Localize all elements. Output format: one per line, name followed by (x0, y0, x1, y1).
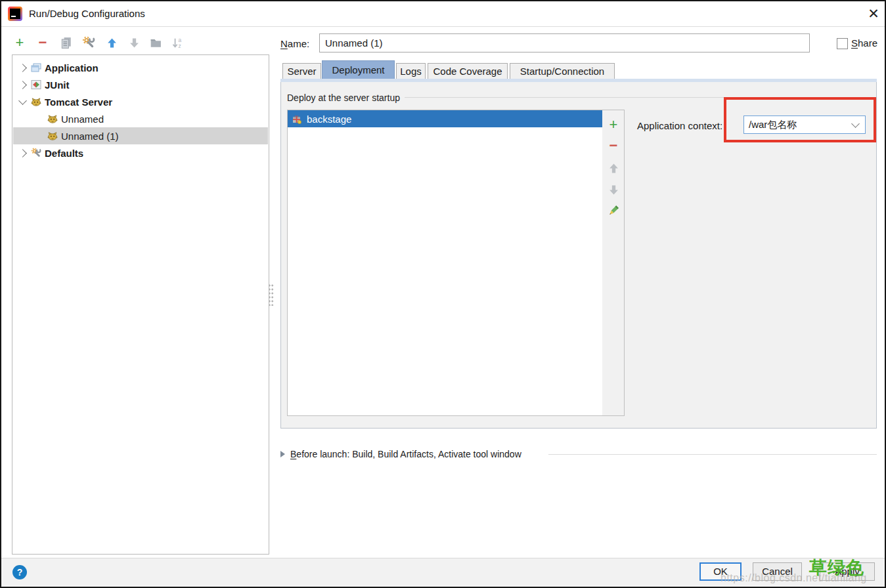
svg-text:z: z (178, 43, 181, 49)
defaults-icon (31, 148, 41, 158)
tab-startup-connection[interactable]: Startup/Connection (510, 63, 615, 79)
move-up-button[interactable] (104, 35, 120, 51)
remove-icon: − (609, 139, 618, 152)
sort-configurations-button[interactable]: a z (169, 35, 185, 51)
remove-artifact-button[interactable]: − (606, 138, 621, 154)
close-icon[interactable]: ✕ (864, 4, 883, 24)
artifact-name: backstage (307, 114, 351, 125)
name-input[interactable] (319, 33, 810, 52)
chevron-right-icon[interactable] (18, 149, 27, 158)
create-folder-button[interactable] (148, 35, 164, 51)
move-up-icon (106, 37, 118, 49)
green-watermark: 草绿色 (809, 556, 864, 579)
tab-logs[interactable]: Logs (396, 63, 426, 79)
chevron-down-icon (851, 119, 860, 128)
application-context-combobox[interactable]: /war包名称 (743, 116, 866, 134)
tomcat-icon (31, 96, 41, 107)
chevron-right-icon[interactable] (18, 64, 27, 72)
tomcat-icon (47, 131, 58, 141)
chevron-right-icon[interactable] (18, 81, 27, 89)
tree-item-label: Unnamed (1) (61, 131, 119, 142)
remove-icon: − (39, 36, 47, 49)
move-down-button[interactable] (126, 35, 142, 51)
application-icon (31, 62, 41, 73)
help-button[interactable]: ? (12, 565, 27, 579)
tree-item-label: JUnit (45, 79, 70, 91)
divider (548, 454, 877, 455)
edit-pencil-icon (608, 205, 619, 217)
deploy-group-label: Deploy at the server startup (287, 93, 400, 103)
tree-row-junit[interactable]: JUnit (13, 76, 268, 93)
tomcat-icon (47, 114, 58, 124)
tab-code-coverage[interactable]: Code Coverage (428, 63, 508, 79)
tree-row-tomcat-server[interactable]: Tomcat Server (13, 93, 268, 110)
share-label[interactable]: Share (851, 37, 877, 49)
tree-item-label: Application (45, 62, 99, 74)
tree-item-label: Unnamed (61, 114, 104, 125)
copy-configuration-button[interactable] (58, 35, 74, 51)
chevron-down-icon[interactable] (18, 96, 27, 105)
tree-row-application[interactable]: Application (13, 59, 268, 76)
add-icon: + (16, 36, 24, 49)
configurations-tree: Application JUnit Tomcat Server (12, 54, 269, 555)
deploy-artifact-list: backstage (287, 110, 603, 416)
edit-defaults-icon (82, 36, 95, 49)
artifact-icon (292, 114, 302, 124)
tab-deployment[interactable]: Deployment (322, 60, 395, 79)
edit-artifact-button[interactable] (606, 203, 621, 219)
folder-icon (150, 37, 162, 49)
title-bar: Run/Debug Configurations ✕ (1, 1, 885, 27)
move-down-icon (129, 37, 140, 49)
tab-server[interactable]: Server (282, 63, 321, 79)
edit-defaults-button[interactable] (81, 35, 97, 51)
remove-configuration-button[interactable]: − (35, 35, 51, 51)
tree-item-label: Defaults (45, 148, 83, 159)
artifact-list-toolbar: + − (602, 110, 625, 416)
name-label: Name: (280, 38, 309, 49)
move-up-icon (608, 163, 619, 174)
move-artifact-up-button[interactable] (606, 160, 621, 176)
tree-item-label: Tomcat Server (45, 96, 112, 108)
before-launch-expander-icon[interactable] (280, 451, 285, 457)
artifact-row-backstage[interactable]: backstage (288, 110, 602, 127)
copy-icon (60, 37, 72, 49)
tree-row-unnamed[interactable]: Unnamed (13, 110, 268, 127)
junit-icon (31, 79, 41, 90)
help-icon: ? (17, 567, 23, 578)
before-launch-text[interactable]: Before launch: Build, Build Artifacts, A… (290, 449, 521, 459)
add-icon: + (609, 118, 618, 131)
sort-alphabetically-icon: a z (171, 37, 184, 49)
add-artifact-button[interactable]: + (606, 117, 621, 133)
panel-splitter-handle[interactable] (268, 284, 274, 306)
run-debug-configurations-dialog: Run/Debug Configurations ✕ + − (0, 0, 886, 588)
application-context-label: Application context: (637, 120, 722, 131)
move-down-icon (608, 184, 619, 196)
dialog-title: Run/Debug Configurations (29, 8, 145, 19)
intellij-logo-icon (8, 7, 22, 21)
add-configuration-button[interactable]: + (12, 35, 28, 51)
share-checkbox[interactable] (837, 38, 848, 49)
tree-row-defaults[interactable]: Defaults (13, 144, 268, 161)
tree-row-unnamed-1[interactable]: Unnamed (1) (13, 127, 268, 144)
divider (405, 97, 872, 98)
move-artifact-down-button[interactable] (606, 182, 621, 198)
application-context-value: /war包名称 (749, 119, 853, 131)
